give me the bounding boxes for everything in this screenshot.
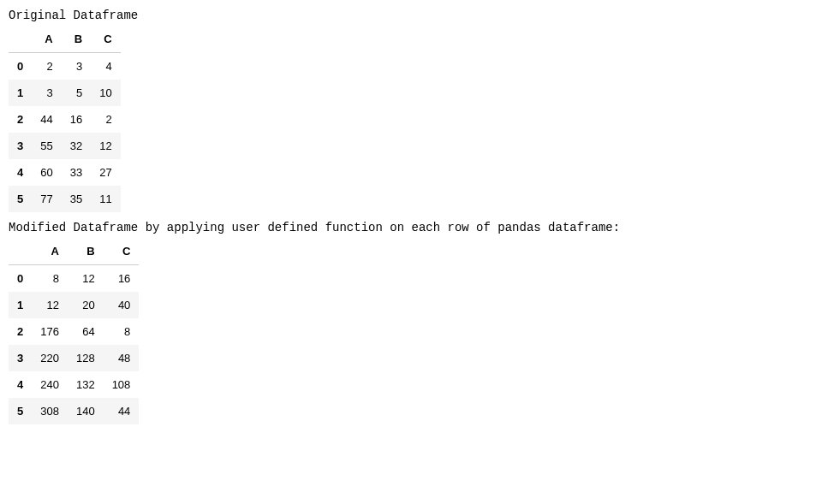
cell: 48 [104, 345, 140, 371]
cell: 8 [104, 318, 140, 345]
cell: 132 [68, 371, 104, 398]
cell: 64 [68, 318, 104, 345]
cell: 220 [32, 345, 68, 371]
cell: 128 [68, 345, 104, 371]
row-index: 0 [9, 265, 32, 293]
col-header: C [91, 26, 120, 53]
table-row: 0 2 3 4 [9, 53, 121, 80]
cell: 27 [91, 159, 120, 186]
cell: 35 [62, 186, 91, 212]
cell: 2 [91, 106, 120, 133]
row-index: 3 [9, 345, 32, 371]
cell: 176 [32, 318, 68, 345]
col-header: A [32, 238, 68, 265]
cell: 3 [32, 80, 61, 106]
table-row: 0 8 12 16 [9, 265, 139, 293]
index-header [9, 26, 32, 53]
cell: 32 [62, 133, 91, 159]
table-row: 2 44 16 2 [9, 106, 121, 133]
row-index: 5 [9, 186, 32, 212]
table-row: 3 220 128 48 [9, 345, 139, 371]
col-header: B [62, 26, 91, 53]
row-index: 4 [9, 371, 32, 398]
table-row: 4 60 33 27 [9, 159, 121, 186]
cell: 12 [32, 292, 68, 318]
cell: 108 [104, 371, 140, 398]
table-row: 5 308 140 44 [9, 398, 139, 424]
output-label-original: Original Dataframe [9, 9, 807, 22]
index-header [9, 238, 32, 265]
cell: 8 [32, 265, 68, 293]
table-row: 2 176 64 8 [9, 318, 139, 345]
col-header: C [104, 238, 140, 265]
table-row: 5 77 35 11 [9, 186, 121, 212]
cell: 20 [68, 292, 104, 318]
row-index: 1 [9, 80, 32, 106]
cell: 5 [62, 80, 91, 106]
table-row: 3 55 32 12 [9, 133, 121, 159]
cell: 16 [104, 265, 140, 293]
output-label-modified: Modified Dataframe by applying user defi… [9, 221, 807, 234]
cell: 140 [68, 398, 104, 424]
dataframe-original: A B C 0 2 3 4 1 3 5 10 2 44 16 2 3 55 32… [9, 26, 121, 212]
table-row: 1 3 5 10 [9, 80, 121, 106]
cell: 11 [91, 186, 120, 212]
cell: 40 [104, 292, 140, 318]
cell: 2 [32, 53, 61, 80]
cell: 60 [32, 159, 61, 186]
cell: 77 [32, 186, 61, 212]
dataframe-modified: A B C 0 8 12 16 1 12 20 40 2 176 64 8 3 … [9, 238, 139, 424]
cell: 308 [32, 398, 68, 424]
cell: 12 [91, 133, 120, 159]
table-row: 4 240 132 108 [9, 371, 139, 398]
row-index: 3 [9, 133, 32, 159]
cell: 16 [62, 106, 91, 133]
cell: 55 [32, 133, 61, 159]
row-index: 0 [9, 53, 32, 80]
cell: 33 [62, 159, 91, 186]
cell: 44 [104, 398, 140, 424]
cell: 3 [62, 53, 91, 80]
col-header: A [32, 26, 61, 53]
cell: 10 [91, 80, 120, 106]
col-header: B [68, 238, 104, 265]
row-index: 5 [9, 398, 32, 424]
row-index: 4 [9, 159, 32, 186]
table-row: 1 12 20 40 [9, 292, 139, 318]
row-index: 1 [9, 292, 32, 318]
row-index: 2 [9, 318, 32, 345]
cell: 44 [32, 106, 61, 133]
cell: 12 [68, 265, 104, 293]
row-index: 2 [9, 106, 32, 133]
cell: 240 [32, 371, 68, 398]
cell: 4 [91, 53, 120, 80]
